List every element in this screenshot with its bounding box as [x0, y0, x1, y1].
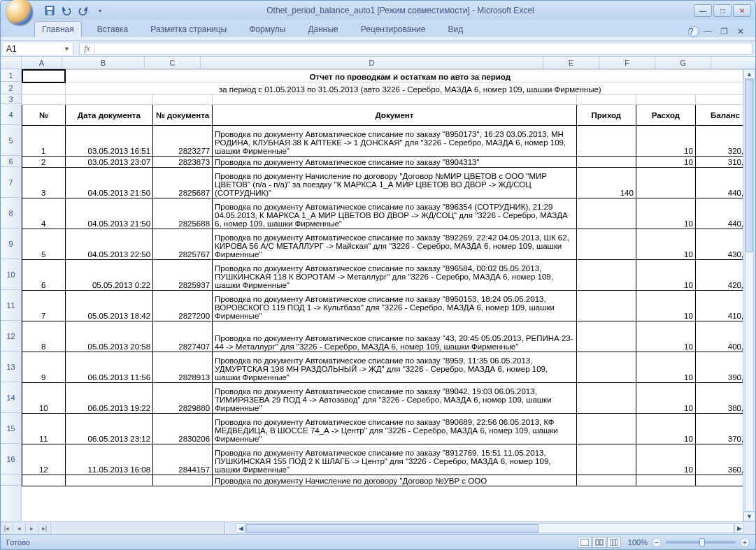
normal-view-icon[interactable] — [578, 537, 592, 548]
tab-page-layout[interactable]: Разметка страницы — [143, 22, 234, 37]
cell[interactable] — [576, 291, 636, 321]
report-title[interactable]: Отчет по проводкам и остаткам по авто за… — [65, 70, 755, 82]
cell[interactable]: 2825767 — [153, 229, 213, 260]
undo-icon[interactable] — [59, 3, 73, 17]
vertical-scrollbar[interactable]: ▲ ▼ — [743, 69, 755, 521]
help-icon[interactable]: ? — [688, 26, 699, 37]
column-header-E[interactable]: E — [543, 57, 599, 68]
tab-view[interactable]: Вид — [441, 22, 470, 37]
cell[interactable] — [22, 475, 66, 486]
tab-nav-last-icon[interactable]: ▸| — [38, 523, 51, 534]
tab-review[interactable]: Рецензирование — [354, 22, 433, 37]
page-break-view-icon[interactable] — [607, 537, 621, 548]
scroll-right-icon[interactable]: ▶ — [734, 523, 744, 533]
row-header[interactable]: 7 — [1, 167, 21, 198]
cell[interactable]: 10 — [22, 383, 66, 414]
debit-cell[interactable]: 10 — [636, 229, 695, 260]
cell[interactable]: 04.05.2013 22:50 — [65, 229, 152, 260]
doc-minimize-button[interactable]: — — [704, 27, 716, 36]
row-header[interactable]: 4 — [1, 104, 21, 125]
row-header[interactable]: 5 — [1, 125, 21, 156]
name-box-dropdown-icon[interactable]: ▼ — [64, 45, 70, 52]
zoom-in-button[interactable]: + — [740, 537, 750, 547]
scroll-left-icon[interactable]: ◀ — [236, 523, 245, 533]
close-button[interactable]: ✕ — [733, 4, 751, 17]
row-header[interactable]: 10 — [1, 259, 21, 290]
cell[interactable]: 2823873 — [153, 157, 213, 168]
scroll-down-icon[interactable]: ▼ — [743, 512, 755, 521]
cell[interactable]: 2830206 — [153, 414, 213, 444]
doc-close-button[interactable]: ✕ — [737, 27, 750, 36]
doc-cell[interactable]: Проводка по документу Автоматическое спи… — [213, 352, 577, 383]
page-layout-view-icon[interactable] — [592, 537, 606, 548]
cell[interactable]: 06.05.2013 19:22 — [65, 383, 152, 414]
tab-data[interactable]: Данные — [301, 22, 345, 37]
table-header[interactable]: № документа — [153, 105, 213, 126]
cell[interactable]: 05.05.2013 18:42 — [65, 291, 152, 321]
cell[interactable]: 03.05.2013 16:51 — [65, 126, 152, 157]
debit-cell[interactable] — [636, 475, 695, 486]
row-header[interactable]: 6 — [1, 156, 21, 167]
table-header[interactable]: Документ — [213, 105, 577, 126]
doc-cell[interactable]: Проводка по документу Начисление по дого… — [213, 475, 577, 486]
column-header-C[interactable]: C — [145, 57, 201, 68]
table-header[interactable]: № — [22, 105, 66, 126]
row-header[interactable]: 14 — [1, 382, 21, 413]
tab-home[interactable]: Главная — [34, 21, 82, 37]
zoom-out-button[interactable]: − — [652, 537, 662, 547]
table-header[interactable]: Расход — [636, 105, 695, 126]
debit-cell[interactable]: 10 — [636, 414, 695, 444]
cell[interactable] — [636, 95, 695, 105]
table-header[interactable]: Дата документа — [65, 105, 152, 126]
table-header[interactable]: Приход — [576, 105, 636, 126]
tab-insert[interactable]: Вставка — [90, 22, 136, 37]
cell[interactable] — [22, 95, 66, 105]
cell[interactable] — [576, 414, 636, 444]
cell[interactable]: 2844157 — [153, 444, 213, 475]
row-header[interactable]: 3 — [1, 94, 21, 104]
cell[interactable]: 11.05.2013 16:08 — [65, 444, 152, 475]
debit-cell[interactable] — [636, 168, 695, 198]
cell[interactable]: 2828913 — [153, 352, 213, 383]
horizontal-scrollbar[interactable]: ◀ ▶ — [224, 523, 755, 533]
debit-cell[interactable]: 10 — [636, 383, 695, 414]
doc-cell[interactable]: Проводка по документу Автоматическое спи… — [213, 126, 577, 157]
cell[interactable] — [576, 321, 636, 352]
cell[interactable]: 04.05.2013 21:50 — [65, 168, 152, 198]
cell[interactable]: 2827407 — [153, 321, 213, 352]
vscroll-thumb[interactable] — [746, 80, 753, 252]
row-header[interactable]: 15 — [1, 413, 21, 444]
zoom-level[interactable]: 100% — [628, 538, 648, 547]
qat-dropdown-icon[interactable]: ▾ — [93, 3, 107, 17]
cell[interactable]: 2 — [22, 157, 66, 168]
formula-input[interactable] — [95, 44, 752, 54]
cell[interactable]: 11 — [22, 414, 66, 444]
cell[interactable] — [213, 95, 577, 105]
cell[interactable] — [576, 260, 636, 291]
doc-cell[interactable]: Проводка по документу Автоматическое спи… — [213, 157, 577, 168]
cell-A1[interactable] — [22, 70, 66, 82]
cell[interactable]: 6 — [22, 260, 66, 291]
minimize-button[interactable]: — — [694, 4, 712, 17]
cell[interactable]: 03.05.2013 23:07 — [65, 157, 152, 168]
select-all-corner[interactable] — [1, 57, 22, 68]
cell[interactable] — [576, 383, 636, 414]
row-header[interactable]: 1 — [1, 69, 21, 82]
row-header[interactable]: 11 — [1, 290, 21, 321]
cell[interactable]: 7 — [22, 291, 66, 321]
row-header[interactable]: 12 — [1, 321, 21, 352]
column-header-A[interactable]: A — [22, 57, 62, 68]
debit-cell[interactable]: 10 — [636, 198, 695, 229]
cell[interactable] — [576, 95, 636, 105]
cell[interactable] — [153, 95, 213, 105]
cell[interactable]: 05.05.2013 0:22 — [65, 260, 152, 291]
cell[interactable]: 2825937 — [153, 260, 213, 291]
debit-cell[interactable]: 10 — [636, 260, 695, 291]
fx-icon[interactable]: fx — [80, 43, 95, 54]
scroll-up-icon[interactable]: ▲ — [743, 69, 755, 79]
tab-nav-next-icon[interactable]: ▸ — [26, 523, 38, 534]
tab-nav-first-icon[interactable]: |◂ — [1, 523, 13, 534]
cell[interactable]: 9 — [22, 352, 66, 383]
debit-cell[interactable]: 10 — [636, 126, 695, 157]
column-header-D[interactable]: D — [201, 57, 543, 68]
